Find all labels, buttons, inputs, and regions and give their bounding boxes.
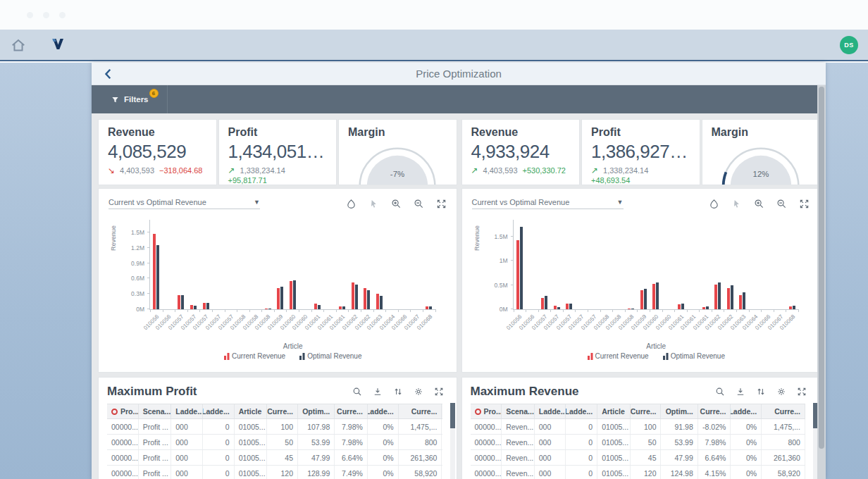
expand-icon[interactable] xyxy=(434,387,444,397)
table-row[interactable]: 00000...Profit ...000001005...120128.997… xyxy=(107,466,442,479)
bar-group xyxy=(249,220,262,309)
column-header[interactable]: Curre... xyxy=(267,404,298,418)
column-header[interactable]: Article xyxy=(235,404,268,418)
panel-scrollbar[interactable] xyxy=(817,85,826,479)
table-row[interactable]: 00000...Profit ...000001005...5053.997.9… xyxy=(107,435,442,450)
table-row[interactable]: 00000...Reven...000001005...120124.984.1… xyxy=(471,466,806,479)
bar-group xyxy=(225,220,237,309)
table-row[interactable]: 00000...Reven...000001005...10091.98-8.0… xyxy=(471,419,806,435)
column-header[interactable]: Curre... xyxy=(631,404,662,418)
column-header[interactable]: Ladde... xyxy=(203,404,235,418)
chart-metric-dropdown[interactable]: Current vs Optimal Revenue ▼ xyxy=(108,198,260,209)
bar-optimal-revenue xyxy=(342,306,345,309)
search-icon[interactable] xyxy=(715,387,725,397)
column-header[interactable]: Ladde... xyxy=(535,404,566,418)
sort-icon[interactable] xyxy=(756,387,766,397)
kpi-card-profit[interactable]: Profit 1,434,051… ↗ 1,338,234.14 +95,817… xyxy=(218,119,337,185)
kpi-card-revenue[interactable]: Revenue 4,085,529 ↘ 4,403,593 −318,064.6… xyxy=(98,119,217,185)
table-cell: 261,360 xyxy=(762,450,805,465)
expand-icon[interactable] xyxy=(436,199,447,209)
table-row[interactable]: 00000...Reven...000001005...4547.996.64%… xyxy=(471,450,806,466)
bar-current-revenue xyxy=(178,295,180,309)
zoom-in-icon[interactable] xyxy=(754,199,764,209)
kpi-card-revenue[interactable]: Revenue 4,933,924 ↗ 4,403,593 +530,330.7… xyxy=(461,119,581,185)
table-scrollbar[interactable] xyxy=(450,403,455,479)
table-cell: 7.49% xyxy=(335,466,368,479)
record-icon xyxy=(475,409,481,415)
bar-current-revenue xyxy=(190,305,193,309)
table-cell: 4.15% xyxy=(698,466,731,479)
column-header[interactable]: Curre... xyxy=(762,404,805,418)
settings-icon[interactable] xyxy=(776,387,786,397)
kpi-card-profit[interactable]: Profit 1,386,927… ↗ 1,338,234.14 +48,693… xyxy=(581,119,700,185)
column-header[interactable]: Optim... xyxy=(661,404,698,418)
table-cell: 000 xyxy=(171,419,203,434)
zoom-out-icon[interactable] xyxy=(776,199,787,209)
column-header[interactable]: Curre... xyxy=(698,404,731,418)
window-control-dot[interactable] xyxy=(43,12,49,18)
zoom-out-icon[interactable] xyxy=(414,199,424,209)
expand-icon[interactable] xyxy=(797,387,807,397)
bar-group xyxy=(600,220,613,309)
column-header[interactable]: Ladde... xyxy=(731,404,762,418)
filters-button[interactable]: Filters 6 xyxy=(92,85,168,113)
column-header[interactable]: Ladde... xyxy=(171,404,203,418)
window-control-dot[interactable] xyxy=(27,12,33,18)
column-header[interactable]: Ladde... xyxy=(368,404,399,418)
table-row[interactable]: 00000...Profit ...000001005...4547.996.6… xyxy=(107,450,442,466)
column-header[interactable]: Scena... xyxy=(502,404,535,418)
bar-current-revenue xyxy=(426,306,428,309)
home-button[interactable] xyxy=(10,37,27,54)
column-header[interactable]: Pro... xyxy=(471,404,502,418)
zoom-in-icon[interactable] xyxy=(391,199,402,209)
expand-icon[interactable] xyxy=(799,199,810,209)
kpi-card-margin[interactable]: Margin 12% xyxy=(702,119,821,185)
y-tick-label: 0.6M xyxy=(131,275,150,282)
table-cell: 7.98% xyxy=(335,419,368,434)
column-header[interactable]: Ladde... xyxy=(566,404,597,418)
lasso-select-icon[interactable] xyxy=(709,199,719,209)
search-icon[interactable] xyxy=(352,387,362,397)
window-control-dot[interactable] xyxy=(59,12,66,18)
kpi-group-optimal: Revenue 4,933,924 ↗ 4,403,593 +530,330.7… xyxy=(461,119,821,185)
table-title: Maximum Revenue xyxy=(471,385,579,399)
user-avatar[interactable]: DS xyxy=(840,36,858,54)
kpi-group-current: Revenue 4,085,529 ↘ 4,403,593 −318,064.6… xyxy=(98,119,457,185)
table-cell: 00000... xyxy=(107,419,139,434)
bar-current-revenue xyxy=(153,234,156,309)
download-icon[interactable] xyxy=(736,387,745,397)
column-header[interactable]: Curre... xyxy=(335,404,368,418)
pointer-icon[interactable] xyxy=(731,199,742,209)
y-tick-label: 0.9M xyxy=(131,260,150,267)
column-header[interactable]: Scena... xyxy=(139,404,172,418)
lasso-select-icon[interactable] xyxy=(346,199,356,209)
chart-tools xyxy=(709,199,810,209)
column-header[interactable]: Pro... xyxy=(107,404,139,418)
table-row[interactable]: 00000...Reven...000001005...5053.997.98%… xyxy=(471,435,806,450)
table-cell: 0 xyxy=(566,419,597,434)
settings-icon[interactable] xyxy=(414,387,423,397)
chart-metric-dropdown[interactable]: Current vs Optimal Revenue ▼ xyxy=(472,198,624,209)
bar-optimal-revenue xyxy=(293,280,296,309)
table-cell: Profit ... xyxy=(139,450,172,465)
column-header[interactable]: Curre... xyxy=(399,404,442,418)
pointer-icon[interactable] xyxy=(368,199,379,209)
chart-legend: Current RevenueOptimal Revenue xyxy=(140,352,447,360)
table-cell: 100 xyxy=(631,419,662,434)
back-button[interactable] xyxy=(101,67,116,81)
column-header[interactable]: Optim... xyxy=(298,404,335,418)
table-row[interactable]: 00000...Profit ...000001005...100107.987… xyxy=(107,419,442,435)
bar-group xyxy=(361,220,373,309)
kpi-card-margin[interactable]: Margin -7% xyxy=(338,119,457,185)
kpi-title: Margin xyxy=(712,126,811,139)
column-header[interactable]: Article xyxy=(597,404,631,418)
table-cell: 58,920 xyxy=(762,466,805,479)
x-tick-mark xyxy=(798,309,799,312)
table-cell: 50 xyxy=(267,435,298,449)
kpi-title: Margin xyxy=(348,126,447,139)
download-icon[interactable] xyxy=(373,387,383,397)
sort-icon[interactable] xyxy=(393,387,403,397)
bar-group xyxy=(274,220,287,309)
column-header-label: Article xyxy=(602,407,625,416)
bar-group xyxy=(287,220,299,309)
